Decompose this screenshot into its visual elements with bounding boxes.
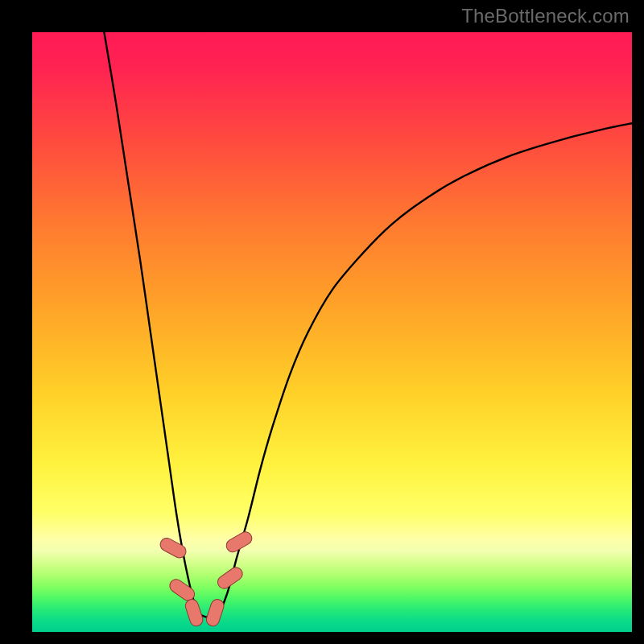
bottleneck-curve [104,32,632,617]
plot-area [32,32,632,632]
watermark-text: TheBottleneck.com [461,5,630,27]
chart-frame: TheBottleneck.com [0,0,644,644]
curve-markers [158,530,254,628]
curve-marker [184,598,204,628]
curve-layer [32,32,632,632]
curve-marker [204,598,225,628]
curve-marker [158,536,188,560]
